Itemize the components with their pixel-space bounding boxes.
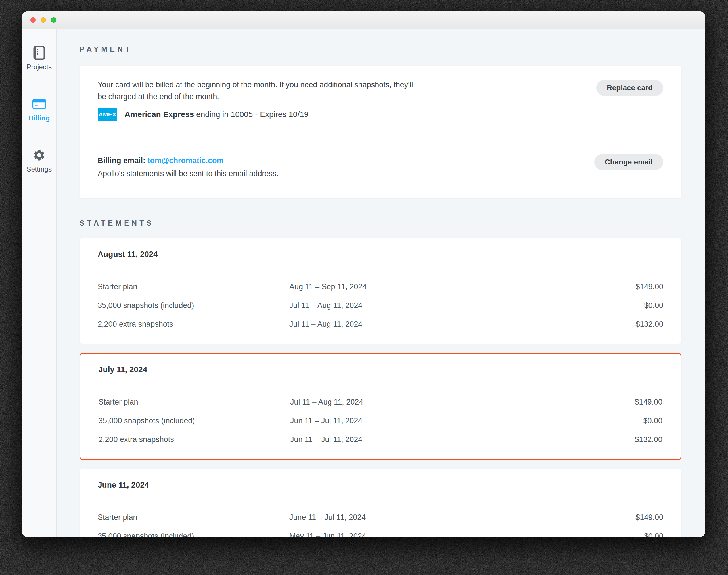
sidebar-item-label: Billing xyxy=(28,114,50,122)
billing-note-line2: be charged at the end of the month. xyxy=(98,91,663,103)
statement-date: August 11, 2024 xyxy=(98,250,663,259)
statement-row: 35,000 snapshots (included) Jun 11 – Jul… xyxy=(99,411,662,430)
row-item: Starter plan xyxy=(99,398,290,407)
projects-icon xyxy=(33,45,45,60)
row-amount: $132.00 xyxy=(634,435,662,444)
row-period: Jul 11 – Aug 11, 2024 xyxy=(289,320,635,329)
billing-icon xyxy=(32,97,46,111)
row-amount: $149.00 xyxy=(635,282,663,291)
replace-card-button[interactable]: Replace card xyxy=(596,80,663,96)
amex-badge-icon: AMEX xyxy=(98,108,117,121)
statement-rows: Starter plan Jul 11 – Aug 11, 2024 $149.… xyxy=(99,393,662,449)
row-item: Starter plan xyxy=(98,513,289,522)
row-period: Jun 11 – Jul 11, 2024 xyxy=(290,435,634,444)
row-amount: $0.00 xyxy=(644,301,663,310)
divider xyxy=(99,385,662,386)
row-item: Starter plan xyxy=(98,282,289,291)
statement-card-july-highlighted[interactable]: July 11, 2024 Starter plan Jul 11 – Aug … xyxy=(79,353,682,460)
change-email-button[interactable]: Change email xyxy=(594,154,663,170)
sidebar-item-settings[interactable]: Settings xyxy=(26,148,52,173)
settings-icon xyxy=(33,148,46,163)
statements-heading: STATEMENTS xyxy=(79,219,682,228)
card-info-section: Your card will be billed at the beginnin… xyxy=(79,66,682,138)
main-content: PAYMENT Your card will be billed at the … xyxy=(57,29,705,537)
row-period: Jul 11 – Aug 11, 2024 xyxy=(289,301,644,310)
window-content: Projects Billing xyxy=(22,29,705,537)
payment-panel: Your card will be billed at the beginnin… xyxy=(79,66,682,198)
card-details: ending in 10005 - Expires 10/19 xyxy=(194,110,308,119)
statement-date: July 11, 2024 xyxy=(99,365,662,374)
sidebar: Projects Billing xyxy=(22,29,57,537)
minimize-button[interactable] xyxy=(41,17,46,23)
window-titlebar xyxy=(22,11,705,29)
statement-row: Starter plan Jul 11 – Aug 11, 2024 $149.… xyxy=(99,393,662,411)
row-period: Jun 11 – Jul 11, 2024 xyxy=(290,416,643,425)
billing-note-line1: Your card will be billed at the beginnin… xyxy=(98,79,663,91)
sidebar-item-projects[interactable]: Projects xyxy=(26,45,52,71)
billing-email-section: Billing email: tom@chromatic.com Apollo'… xyxy=(79,138,682,198)
row-period: Aug 11 – Sep 11, 2024 xyxy=(289,282,635,291)
billing-email-label: Billing email: xyxy=(98,156,145,165)
row-item: 35,000 snapshots (included) xyxy=(98,532,289,537)
row-amount: $149.00 xyxy=(635,513,663,522)
statement-row: 2,200 extra snapshots Jul 11 – Aug 11, 2… xyxy=(98,315,663,334)
row-item: 2,200 extra snapshots xyxy=(98,320,289,329)
row-amount: $0.00 xyxy=(643,416,662,425)
statement-rows: Starter plan June 11 – Jul 11, 2024 $149… xyxy=(98,508,663,537)
row-item: 35,000 snapshots (included) xyxy=(98,301,289,310)
divider xyxy=(98,501,663,501)
statement-row: Starter plan Aug 11 – Sep 11, 2024 $149.… xyxy=(98,277,663,296)
card-on-file: AMEX American Express ending in 10005 - … xyxy=(98,108,663,121)
statement-date: June 11, 2024 xyxy=(98,480,663,489)
row-period: Jul 11 – Aug 11, 2024 xyxy=(290,398,634,407)
billing-email-link[interactable]: tom@chromatic.com xyxy=(148,156,224,165)
row-amount: $0.00 xyxy=(644,532,663,537)
row-item: 2,200 extra snapshots xyxy=(99,435,290,444)
desktop-background: Projects Billing xyxy=(0,0,728,575)
statement-row: 2,200 extra snapshots Jun 11 – Jul 11, 2… xyxy=(99,430,662,449)
sidebar-item-billing[interactable]: Billing xyxy=(28,97,50,122)
row-amount: $149.00 xyxy=(634,398,662,407)
statement-row: Starter plan June 11 – Jul 11, 2024 $149… xyxy=(98,508,663,527)
statement-row: 35,000 snapshots (included) Jul 11 – Aug… xyxy=(98,296,663,315)
sidebar-item-label: Settings xyxy=(26,165,52,173)
statement-row: 35,000 snapshots (included) May 11 – Jun… xyxy=(98,527,663,537)
row-item: 35,000 snapshots (included) xyxy=(99,416,290,425)
row-period: May 11 – Jun 11, 2024 xyxy=(289,532,644,537)
card-brand: American Express xyxy=(125,110,194,119)
row-period: June 11 – Jul 11, 2024 xyxy=(289,513,635,522)
close-button[interactable] xyxy=(30,17,36,23)
billing-email-note: Apollo's statements will be sent to this… xyxy=(98,167,663,180)
statement-card-june[interactable]: June 11, 2024 Starter plan June 11 – Jul… xyxy=(79,469,682,537)
zoom-button[interactable] xyxy=(51,17,56,23)
statement-card-august[interactable]: August 11, 2024 Starter plan Aug 11 – Se… xyxy=(79,238,682,344)
sidebar-item-label: Projects xyxy=(26,63,52,71)
statement-rows: Starter plan Aug 11 – Sep 11, 2024 $149.… xyxy=(98,277,663,334)
app-window: Projects Billing xyxy=(22,11,705,537)
card-description: American Express ending in 10005 - Expir… xyxy=(125,110,308,119)
payment-heading: PAYMENT xyxy=(79,45,682,54)
billing-email-line: Billing email: tom@chromatic.com xyxy=(98,154,663,167)
row-amount: $132.00 xyxy=(635,320,663,329)
